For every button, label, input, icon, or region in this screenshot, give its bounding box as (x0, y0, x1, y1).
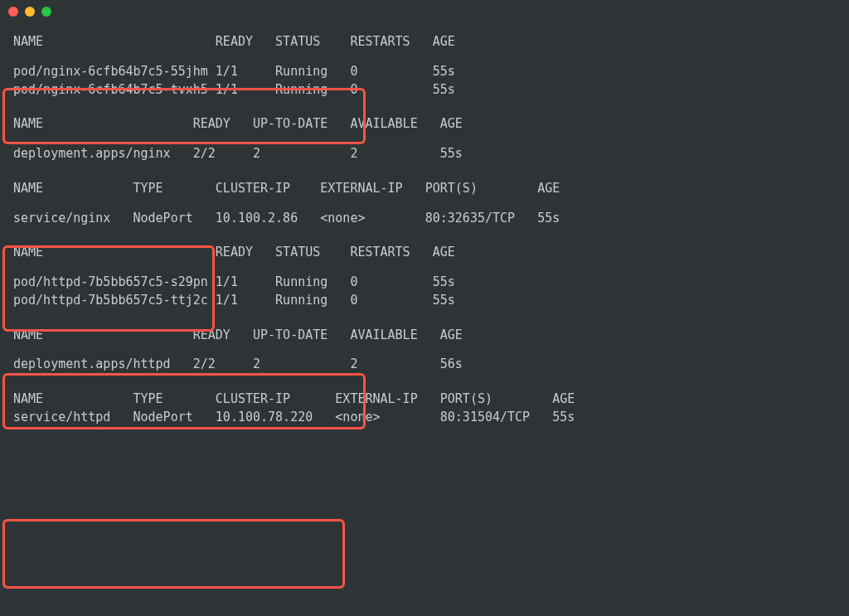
table-header: NAME READY STATUS RESTARTS AGE (13, 33, 836, 51)
window-titlebar (0, 0, 849, 23)
table-header: NAME READY STATUS RESTARTS AGE (13, 244, 836, 262)
table-row: pod/httpd-7b5bb657c5-s29pn 1/1 Running 0… (13, 274, 836, 292)
output-section: NAME TYPE CLUSTER-IP EXTERNAL-IP PORT(S)… (13, 180, 836, 228)
table-row: deployment.apps/nginx 2/2 2 2 55s (13, 145, 836, 163)
close-icon[interactable] (8, 7, 18, 17)
table-row: deployment.apps/httpd 2/2 2 2 56s (13, 356, 836, 374)
table-row: pod/nginx-6cfb64b7c5-tvxh5 1/1 Running 0… (13, 81, 836, 99)
output-section: NAME READY UP-TO-DATE AVAILABLE AGE depl… (13, 115, 836, 163)
output-section: NAME READY STATUS RESTARTS AGE pod/httpd… (13, 244, 836, 309)
output-section: NAME READY STATUS RESTARTS AGE pod/nginx… (13, 33, 836, 99)
table-row: service/nginx NodePort 10.100.2.86 <none… (13, 210, 836, 228)
table-header: NAME TYPE CLUSTER-IP EXTERNAL-IP PORT(S)… (13, 180, 836, 198)
output-section: NAME READY UP-TO-DATE AVAILABLE AGE depl… (13, 327, 836, 375)
maximize-icon[interactable] (41, 7, 51, 17)
table-header: NAME READY UP-TO-DATE AVAILABLE AGE (13, 115, 836, 133)
highlight-box (2, 519, 345, 589)
table-header: NAME READY UP-TO-DATE AVAILABLE AGE (13, 327, 836, 345)
table-header: NAME TYPE CLUSTER-IP EXTERNAL-IP PORT(S)… (13, 390, 836, 409)
table-row: pod/httpd-7b5bb657c5-ttj2c 1/1 Running 0… (13, 292, 836, 310)
table-row: service/httpd NodePort 10.100.78.220 <no… (13, 409, 836, 427)
table-row: pod/nginx-6cfb64b7c5-55jhm 1/1 Running 0… (13, 63, 836, 81)
output-section: NAME TYPE CLUSTER-IP EXTERNAL-IP PORT(S)… (13, 390, 836, 427)
minimize-icon[interactable] (25, 7, 35, 17)
terminal-output: NAME READY STATUS RESTARTS AGE pod/nginx… (0, 23, 849, 454)
